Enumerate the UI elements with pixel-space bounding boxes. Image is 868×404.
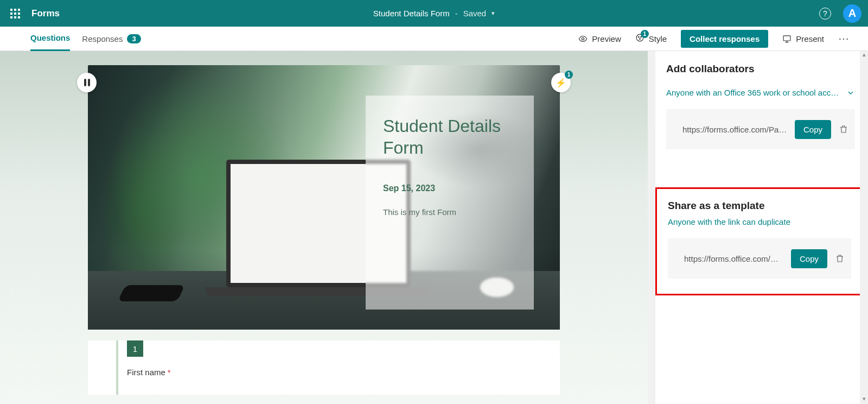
required-asterisk: *	[168, 368, 171, 377]
title-separator: -	[455, 9, 458, 18]
question-label: First name	[127, 368, 165, 377]
template-link-text[interactable]: https://forms.office.com/Pag...	[684, 254, 783, 263]
collab-link-box: https://forms.office.com/Pag... Copy	[666, 109, 855, 149]
add-collaborators-title: Add collaborators	[666, 63, 868, 75]
monitor-icon	[782, 34, 792, 43]
header-title-group: Student Details Form - Saved ▾	[373, 9, 495, 18]
phone-graphic	[118, 285, 185, 301]
lightning-button[interactable]: ⚡ 1	[551, 73, 571, 92]
eye-icon	[578, 34, 588, 43]
svg-point-2	[638, 36, 639, 37]
app-name[interactable]: Forms	[31, 8, 60, 19]
svg-rect-5	[783, 35, 790, 40]
form-title[interactable]: Student Details Form	[373, 9, 450, 18]
preview-label: Preview	[592, 34, 621, 43]
chevron-down-icon[interactable]: ▾	[492, 10, 495, 17]
responses-count-badge: 3	[127, 34, 141, 43]
form-date-text: Sep 15, 2023	[383, 184, 516, 193]
form-title-text[interactable]: Student Details Form	[383, 115, 516, 159]
copy-collab-link-button[interactable]: Copy	[795, 120, 831, 139]
collab-scope-dropdown[interactable]: Anyone with an Office 365 work or school…	[666, 88, 868, 97]
sidebar-scrollbar[interactable]: ▴ ▾	[860, 51, 868, 404]
avatar[interactable]: A	[843, 4, 861, 23]
style-badge: 1	[641, 30, 649, 38]
svg-point-0	[582, 37, 584, 40]
main-canvas: ⚡ 1 Student Details Form Sep 15, 2023 Th…	[0, 51, 648, 404]
app-header: Forms Student Details Form - Saved ▾ ? A	[0, 0, 868, 27]
trash-icon[interactable]	[835, 253, 845, 264]
template-link-box: https://forms.office.com/Pag... Copy	[668, 238, 851, 279]
question-card-1[interactable]: 1 First name *	[88, 340, 560, 395]
copy-template-link-button[interactable]: Copy	[791, 249, 827, 268]
trash-icon[interactable]	[839, 124, 848, 135]
share-sidebar: Add collaborators Anyone with an Office …	[655, 51, 868, 404]
toolbar: Questions Responses 3 Preview 1 Style Co…	[0, 27, 868, 51]
main-scrollbar[interactable]	[648, 51, 655, 404]
app-launcher-icon[interactable]	[7, 5, 24, 22]
share-template-section: Share as a template Anyone with the link…	[655, 187, 866, 295]
lightning-badge: 1	[565, 71, 573, 79]
scroll-up-arrow-icon[interactable]: ▴	[860, 51, 868, 60]
preview-button[interactable]: Preview	[578, 34, 621, 43]
title-overlay: Student Details Form Sep 15, 2023 This i…	[366, 96, 534, 310]
collab-scope-label: Anyone with an Office 365 work or school…	[666, 88, 841, 97]
style-label: Style	[649, 34, 667, 43]
collab-link-text[interactable]: https://forms.office.com/Pag...	[682, 125, 787, 134]
form-header-card[interactable]: ⚡ 1 Student Details Form Sep 15, 2023 Th…	[88, 65, 560, 330]
form-description-text[interactable]: This is my first Form	[383, 207, 516, 217]
question-number-badge: 1	[127, 340, 143, 357]
tab-questions-label: Questions	[30, 33, 70, 42]
style-button[interactable]: 1 Style	[635, 33, 667, 44]
more-icon[interactable]: ⋯	[838, 32, 850, 45]
collect-responses-button[interactable]: Collect responses	[681, 30, 768, 48]
lightning-icon: ⚡	[556, 78, 566, 88]
save-status: Saved	[463, 9, 487, 18]
question-accent-stripe	[116, 340, 118, 395]
collect-label: Collect responses	[690, 34, 760, 43]
present-button[interactable]: Present	[782, 34, 824, 43]
tab-responses-label: Responses	[82, 34, 123, 43]
chevron-down-icon	[846, 89, 855, 97]
svg-point-4	[639, 39, 640, 40]
share-template-title: Share as a template	[668, 200, 864, 212]
share-template-subtitle: Anyone with the link can duplicate	[668, 217, 864, 226]
help-icon[interactable]: ?	[819, 8, 831, 20]
tab-responses[interactable]: Responses 3	[82, 27, 141, 51]
scroll-down-arrow-icon[interactable]: ▾	[860, 395, 868, 404]
pause-button[interactable]	[77, 73, 97, 92]
present-label: Present	[796, 34, 824, 43]
tab-questions[interactable]: Questions	[30, 27, 70, 51]
